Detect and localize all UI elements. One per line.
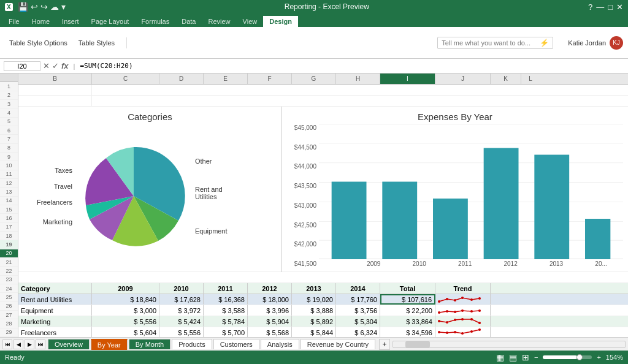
tab-pagelayout[interactable]: Page Layout (85, 16, 136, 27)
cell-22-trend[interactable] (435, 316, 491, 327)
cell-22-total[interactable]: $ 33,864 (380, 316, 435, 327)
add-sheet-button[interactable]: + (379, 339, 390, 350)
cell-22-2010[interactable]: $ 5,424 (159, 316, 204, 327)
cell-20-2009[interactable]: $ 18,840 (92, 294, 159, 305)
cell-23-2014[interactable]: $ 6,324 (336, 327, 380, 337)
sheet-nav-left-left[interactable]: ⏮ (2, 339, 12, 349)
tab-insert[interactable]: Insert (56, 16, 85, 27)
header-category[interactable]: Category (18, 283, 92, 294)
grid-row-20[interactable]: Rent and Utilities $ 18,840 $ 17,628 $ 1… (18, 294, 628, 305)
help-icon[interactable]: ? (588, 2, 592, 12)
zoom-slider[interactable] (543, 355, 592, 359)
cell-21-category[interactable]: Equipment (18, 305, 92, 316)
cell-23-2011[interactable]: $ 5,700 (204, 327, 248, 337)
cell-20-total[interactable]: $ 107,616 (380, 294, 435, 305)
tab-home[interactable]: Home (26, 16, 56, 27)
tab-design[interactable]: Design (263, 16, 298, 27)
redo-icon[interactable]: ↪ (40, 2, 48, 12)
header-2013[interactable]: 2013 (292, 283, 336, 294)
cell-23-2009[interactable]: $ 5,604 (92, 327, 159, 337)
tab-view[interactable]: View (237, 16, 264, 27)
cell-21-2011[interactable]: $ 3,588 (204, 305, 248, 316)
cell-23-2010[interactable]: $ 5,556 (159, 327, 204, 337)
zoom-in-icon[interactable]: + (597, 354, 600, 361)
cell-21-trend[interactable] (435, 305, 491, 316)
zoom-out-icon[interactable]: − (534, 354, 538, 361)
header-2012[interactable]: 2012 (248, 283, 292, 294)
cell-21-2009[interactable]: $ 3,000 (92, 305, 159, 316)
header-total[interactable]: Total (380, 283, 435, 294)
bar-2009 (332, 182, 367, 260)
customize-icon[interactable]: ▾ (61, 2, 66, 12)
header-trend[interactable]: Trend (435, 283, 491, 294)
cell-23-category[interactable]: Freelancers (18, 327, 92, 337)
zoom-slider-thumb[interactable] (576, 354, 583, 360)
cell-23-total[interactable]: $ 34,596 (380, 327, 435, 337)
scrollbar-thumb[interactable] (405, 341, 430, 347)
sheet-tab-byyear[interactable]: By Year (91, 339, 128, 350)
cell-23-trend[interactable] (435, 327, 491, 337)
ribbon-search-box[interactable]: ⚡ (437, 37, 553, 49)
tab-formulas[interactable]: Formulas (135, 16, 175, 27)
cell-b2[interactable] (18, 96, 92, 106)
cell-22-2014[interactable]: $ 5,304 (336, 316, 380, 327)
cell-20-2011[interactable]: $ 16,368 (204, 294, 248, 305)
header-2009[interactable]: 2009 (92, 283, 159, 294)
cell-21-2010[interactable]: $ 3,972 (159, 305, 204, 316)
view-layout-icon[interactable]: ▤ (509, 352, 517, 362)
formula-cancel-icon[interactable]: ✕ (43, 61, 50, 70)
cell-23-2012[interactable]: $ 5,568 (248, 327, 292, 337)
save-icon[interactable]: 💾 (18, 2, 28, 12)
sheet-tab-products[interactable]: Products (172, 339, 212, 349)
sheet-nav-left[interactable]: ◀ (13, 339, 23, 349)
grid-row-22[interactable]: Marketing $ 5,556 $ 5,424 $ 5,784 $ 5,90… (18, 316, 628, 327)
cell-20-2012[interactable]: $ 18,000 (248, 294, 292, 305)
sheet-nav-right[interactable]: ▶ (25, 339, 34, 349)
cell-23-2013[interactable]: $ 5,844 (292, 327, 336, 337)
tab-data[interactable]: Data (175, 16, 202, 27)
sheet-tab-customers[interactable]: Customers (213, 339, 259, 349)
sheet-tab-analysis[interactable]: Analysis (261, 339, 299, 349)
cell-b1[interactable] (18, 85, 92, 95)
ribbon-search-input[interactable] (442, 39, 540, 47)
grid-row-21[interactable]: Equipment $ 3,000 $ 3,972 $ 3,588 $ 3,99… (18, 305, 628, 316)
view-break-icon[interactable]: ⊞ (522, 352, 529, 362)
sheet-tab-bymonth[interactable]: By Month (129, 339, 170, 349)
cell-22-2013[interactable]: $ 5,892 (292, 316, 336, 327)
horizontal-scrollbar[interactable] (392, 341, 626, 348)
cell-21-total[interactable]: $ 22,200 (380, 305, 435, 316)
tab-review[interactable]: Review (202, 16, 236, 27)
name-box[interactable] (4, 61, 40, 71)
header-2010[interactable]: 2010 (159, 283, 204, 294)
ribbon-btn-1[interactable]: Table Style Options (5, 37, 72, 48)
undo-icon[interactable]: ↩ (31, 2, 38, 12)
cell-20-2013[interactable]: $ 19,020 (292, 294, 336, 305)
cell-20-category[interactable]: Rent and Utilities (18, 294, 92, 305)
tab-file[interactable]: File (2, 16, 26, 27)
ribbon-btn-2[interactable]: Table Styles (74, 37, 119, 48)
cell-22-2011[interactable]: $ 5,784 (204, 316, 248, 327)
sheet-nav-right-right[interactable]: ⏭ (36, 339, 45, 349)
close-icon[interactable]: ✕ (616, 2, 623, 12)
cell-20-trend[interactable] (435, 294, 491, 305)
sheet-tab-revenuebycountry[interactable]: Revenue by Country (301, 339, 375, 349)
header-2014[interactable]: 2014 (336, 283, 380, 294)
grid-row-23[interactable]: Freelancers $ 5,604 $ 5,556 $ 5,700 $ 5,… (18, 327, 628, 337)
cell-21-2014[interactable]: $ 3,756 (336, 305, 380, 316)
cell-22-category[interactable]: Marketing (18, 316, 92, 327)
minimize-icon[interactable]: — (596, 2, 604, 12)
cell-20-2014[interactable]: $ 17,760 (336, 294, 380, 305)
formula-input[interactable] (80, 62, 624, 70)
header-2011[interactable]: 2011 (204, 283, 248, 294)
formula-confirm-icon[interactable]: ✓ (52, 61, 59, 70)
cell-22-2009[interactable]: $ 5,556 (92, 316, 159, 327)
cell-21-2012[interactable]: $ 3,996 (248, 305, 292, 316)
view-normal-icon[interactable]: ▦ (496, 352, 504, 362)
cell-22-2012[interactable]: $ 5,904 (248, 316, 292, 327)
sheet-tab-overview[interactable]: Overview (48, 339, 90, 349)
formula-fx-icon[interactable]: fx (61, 61, 69, 70)
cell-20-2010[interactable]: $ 17,628 (159, 294, 204, 305)
maximize-icon[interactable]: □ (608, 2, 613, 12)
cloud-icon[interactable]: ☁ (50, 2, 59, 12)
cell-21-2013[interactable]: $ 3,888 (292, 305, 336, 316)
